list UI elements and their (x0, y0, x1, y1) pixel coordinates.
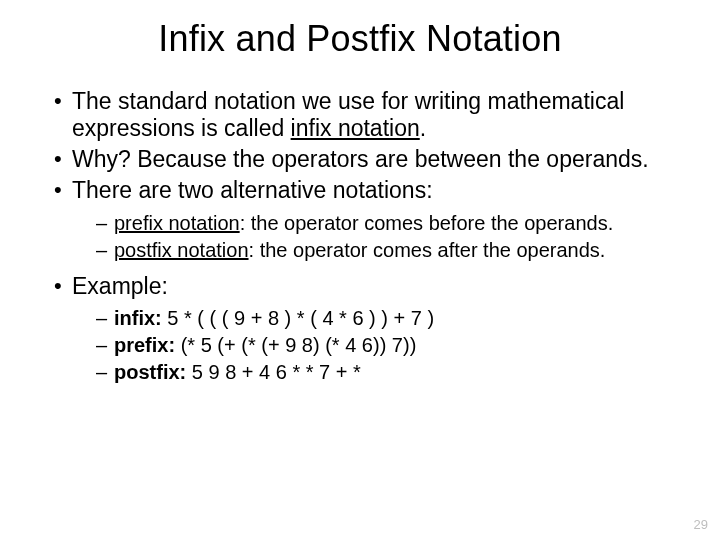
sub-list-notations: prefix notation: the operator comes befo… (72, 211, 684, 263)
sub-prefix: prefix notation: the operator comes befo… (96, 211, 684, 236)
term-infix-notation: infix notation (291, 115, 420, 141)
text-segment: There are two alternative notations: (72, 177, 433, 203)
page-number: 29 (694, 517, 708, 532)
expr-infix: 5 * ( ( ( 9 + 8 ) * ( 4 * 6 ) ) + 7 ) (162, 307, 434, 329)
example-infix: infix: 5 * ( ( ( 9 + 8 ) * ( 4 * 6 ) ) +… (96, 306, 684, 331)
term-prefix-notation: prefix notation (114, 212, 240, 234)
slide: Infix and Postfix Notation The standard … (0, 0, 720, 540)
bullet-list: The standard notation we use for writing… (36, 88, 684, 385)
text-segment: : the operator comes after the operands. (249, 239, 606, 261)
example-postfix: postfix: 5 9 8 + 4 6 * * 7 + * (96, 360, 684, 385)
bullet-why: Why? Because the operators are between t… (54, 146, 684, 173)
text-segment: Example: (72, 273, 168, 299)
term-postfix-notation: postfix notation (114, 239, 249, 261)
example-prefix: prefix: (* 5 (+ (* (+ 9 8) (* 4 6)) 7)) (96, 333, 684, 358)
sub-list-examples: infix: 5 * ( ( ( 9 + 8 ) * ( 4 * 6 ) ) +… (72, 306, 684, 385)
bullet-infix-definition: The standard notation we use for writing… (54, 88, 684, 142)
label-infix: infix: (114, 307, 162, 329)
expr-prefix: (* 5 (+ (* (+ 9 8) (* 4 6)) 7)) (175, 334, 416, 356)
label-prefix: prefix: (114, 334, 175, 356)
bullet-example: Example: infix: 5 * ( ( ( 9 + 8 ) * ( 4 … (54, 273, 684, 385)
expr-postfix: 5 9 8 + 4 6 * * 7 + * (186, 361, 361, 383)
bullet-alternatives: There are two alternative notations: pre… (54, 177, 684, 262)
label-postfix: postfix: (114, 361, 186, 383)
slide-title: Infix and Postfix Notation (36, 18, 684, 60)
sub-postfix: postfix notation: the operator comes aft… (96, 238, 684, 263)
text-segment: : the operator comes before the operands… (240, 212, 614, 234)
text-segment: . (420, 115, 426, 141)
